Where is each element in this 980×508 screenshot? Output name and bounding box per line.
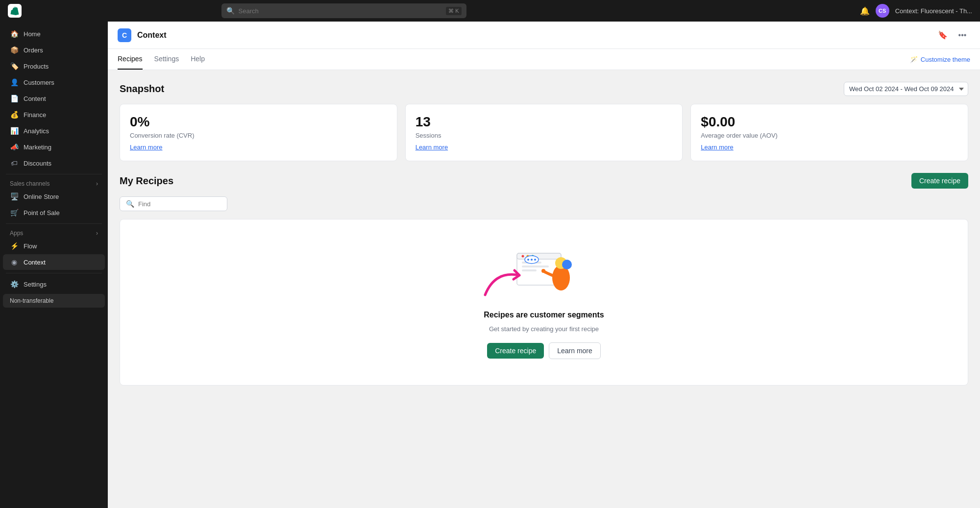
- online-store-icon: 🖥️: [10, 192, 19, 201]
- notification-bell-icon[interactable]: 🔔: [860, 6, 870, 16]
- recipes-section-header: My Recipes Create recipe: [120, 173, 968, 189]
- finance-icon: 💰: [10, 110, 19, 119]
- sidebar-item-home[interactable]: 🏠 Home: [3, 26, 105, 42]
- bookmark-button[interactable]: 🔖: [935, 27, 951, 43]
- customize-theme-label: Customize theme: [921, 56, 970, 63]
- store-name: Context: Fluorescent - Th...: [895, 7, 972, 15]
- empty-illustration-wrapper: [495, 246, 593, 305]
- expand-icon: ›: [96, 180, 98, 187]
- aov-value: $0.00: [701, 114, 958, 130]
- svg-point-15: [562, 260, 572, 269]
- global-search-input[interactable]: [239, 7, 442, 15]
- empty-state-actions: Create recipe Learn more: [487, 342, 601, 359]
- global-search-bar[interactable]: 🔍 ⌘ K: [221, 3, 466, 18]
- recipes-container: Recipes are customer segments Get starte…: [120, 219, 968, 386]
- main-content: C Context 🔖 ••• Recipes Settings Help 🪄 …: [108, 22, 980, 508]
- aov-learn-more-link[interactable]: Learn more: [701, 144, 733, 151]
- snapshot-header: Snapshot Wed Oct 02 2024 - Wed Oct 09 20…: [120, 82, 968, 96]
- sidebar-divider-1: [6, 174, 102, 174]
- sidebar-item-point-of-sale[interactable]: 🛒 Point of Sale: [3, 205, 105, 220]
- sidebar-item-label: Orders: [24, 47, 43, 54]
- sidebar-item-content[interactable]: 📄 Content: [3, 91, 105, 106]
- cvr-value: 0%: [130, 114, 387, 130]
- sidebar-sales-channels-header[interactable]: Sales channels ›: [3, 177, 105, 188]
- sidebar-item-context[interactable]: ◉ Context: [3, 254, 105, 270]
- sidebar-item-label: Home: [24, 30, 41, 38]
- recipes-title: My Recipes: [120, 175, 173, 187]
- sidebar-item-label: Online Store: [24, 193, 59, 200]
- more-options-button[interactable]: •••: [955, 27, 970, 43]
- svg-point-16: [541, 269, 545, 273]
- app-header-actions: 🔖 •••: [935, 27, 970, 43]
- sidebar-item-label: Customers: [24, 79, 54, 86]
- context-icon: ◉: [10, 258, 19, 266]
- sidebar-item-label: Content: [24, 95, 46, 102]
- sidebar-item-label: Context: [24, 259, 46, 266]
- pos-icon: 🛒: [10, 208, 19, 217]
- cvr-learn-more-link[interactable]: Learn more: [130, 144, 162, 151]
- sidebar-item-flow[interactable]: ⚡ Flow: [3, 238, 105, 254]
- sidebar-item-finance[interactable]: 💰 Finance: [3, 107, 105, 122]
- sidebar-item-label: Discounts: [24, 160, 51, 167]
- sessions-learn-more-link[interactable]: Learn more: [416, 144, 448, 151]
- shopify-logo[interactable]: [8, 4, 22, 18]
- metrics-grid: 0% Conversion rate (CVR) Learn more 13 S…: [120, 104, 968, 161]
- sidebar-main-nav: 🏠 Home 📦 Orders 🏷️ Products 👤 Customers …: [0, 26, 108, 171]
- learn-more-button[interactable]: Learn more: [549, 342, 601, 359]
- sidebar-item-label: Point of Sale: [24, 209, 60, 217]
- metric-card-sessions: 13 Sessions Learn more: [405, 104, 683, 161]
- sidebar-item-settings[interactable]: ⚙️ Settings: [3, 276, 105, 292]
- svg-point-3: [521, 255, 524, 257]
- recipes-search-box[interactable]: 🔍: [120, 196, 227, 211]
- recipes-search-icon: 🔍: [126, 200, 134, 208]
- date-range-select[interactable]: Wed Oct 02 2024 - Wed Oct 09 2024: [844, 82, 968, 96]
- create-recipe-top-button[interactable]: Create recipe: [911, 173, 968, 189]
- sidebar-item-customers[interactable]: 👤 Customers: [3, 74, 105, 90]
- metric-card-aov: $0.00 Average order value (AOV) Learn mo…: [690, 104, 968, 161]
- sidebar-item-label: Products: [24, 63, 49, 70]
- tab-settings[interactable]: Settings: [154, 49, 179, 70]
- orders-icon: 📦: [10, 46, 19, 54]
- sidebar-item-products[interactable]: 🏷️ Products: [3, 58, 105, 74]
- non-transferable-label: Non-transferable: [10, 297, 53, 304]
- app-header: C Context 🔖 •••: [108, 22, 980, 49]
- empty-state-title: Recipes are customer segments: [484, 311, 604, 319]
- snapshot-title: Snapshot: [120, 83, 164, 95]
- app-icon-letter: C: [122, 31, 127, 39]
- sidebar-apps: Apps › ⚡ Flow ◉ Context: [0, 227, 108, 270]
- sidebar-item-orders[interactable]: 📦 Orders: [3, 42, 105, 58]
- analytics-icon: 📊: [10, 126, 19, 135]
- empty-state-description: Get started by creating your first recip…: [489, 325, 599, 333]
- sidebar-divider-2: [6, 223, 102, 224]
- customers-icon: 👤: [10, 78, 19, 87]
- metric-card-cvr: 0% Conversion rate (CVR) Learn more: [120, 104, 397, 161]
- sidebar-item-label: Finance: [24, 111, 46, 119]
- avatar[interactable]: CS: [876, 4, 889, 18]
- sidebar-item-label: Settings: [24, 281, 47, 288]
- settings-icon: ⚙️: [10, 280, 19, 289]
- create-recipe-empty-button[interactable]: Create recipe: [487, 343, 544, 359]
- sidebar-sales-channels: Sales channels › 🖥️ Online Store 🛒 Point…: [0, 177, 108, 220]
- sidebar-divider-3: [6, 273, 102, 273]
- wand-icon: 🪄: [910, 56, 918, 63]
- sidebar-item-analytics[interactable]: 📊 Analytics: [3, 123, 105, 139]
- empty-state: Recipes are customer segments Get starte…: [464, 226, 623, 379]
- home-icon: 🏠: [10, 29, 19, 38]
- tab-help[interactable]: Help: [191, 49, 205, 70]
- sidebar-item-discounts[interactable]: 🏷 Discounts: [3, 155, 105, 171]
- sidebar-item-marketing[interactable]: 📣 Marketing: [3, 139, 105, 155]
- tab-recipes[interactable]: Recipes: [118, 49, 143, 70]
- app-header-icon: C: [118, 28, 131, 42]
- marketing-icon: 📣: [10, 143, 19, 151]
- recipes-search-input[interactable]: [138, 200, 221, 208]
- page-content: Snapshot Wed Oct 02 2024 - Wed Oct 09 20…: [108, 70, 980, 397]
- tabs-bar: Recipes Settings Help 🪄 Customize theme: [108, 49, 980, 70]
- aov-label: Average order value (AOV): [701, 132, 958, 139]
- sidebar: 🏠 Home 📦 Orders 🏷️ Products 👤 Customers …: [0, 22, 108, 508]
- sidebar-item-online-store[interactable]: 🖥️ Online Store: [3, 189, 105, 204]
- customize-theme-button[interactable]: 🪄 Customize theme: [910, 56, 970, 63]
- search-shortcut: ⌘ K: [446, 7, 461, 15]
- non-transferable-badge[interactable]: Non-transferable: [3, 294, 105, 308]
- sidebar-apps-header[interactable]: Apps ›: [3, 227, 105, 238]
- tab-actions: 🪄 Customize theme: [910, 56, 970, 63]
